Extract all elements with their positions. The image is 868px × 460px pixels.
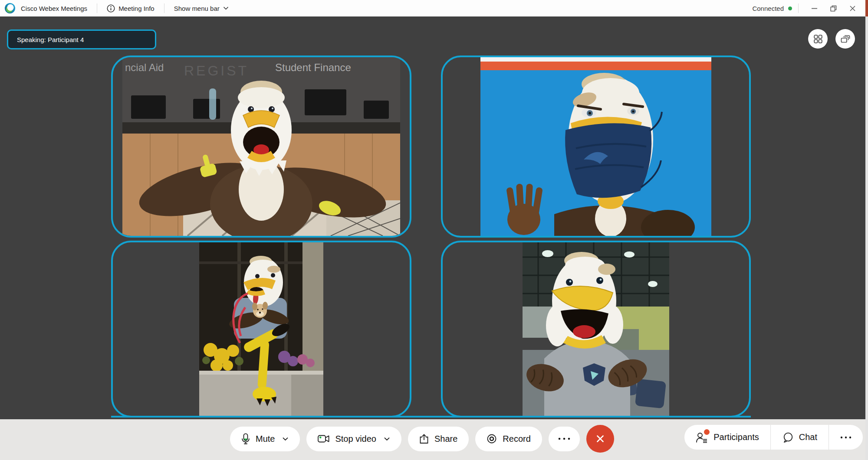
video-tile-participant-4[interactable] [441, 241, 751, 418]
panels-group: Participants Chat [684, 425, 863, 450]
share-icon [419, 434, 429, 444]
close-icon [850, 6, 855, 11]
chevron-down-icon [223, 7, 229, 10]
share-label: Share [434, 434, 457, 444]
grid-view-icon [814, 35, 822, 43]
video-tile-participant-1[interactable]: ncial Aid REGIST Student Finance [111, 55, 411, 238]
titlebar-right: Connected [752, 0, 868, 16]
more-options-button[interactable] [549, 427, 580, 451]
floating-panel-view-button[interactable] [835, 29, 855, 49]
mute-label: Mute [256, 434, 275, 444]
svg-text:REGIST: REGIST [184, 63, 249, 78]
participant-video [523, 242, 669, 416]
restore-button[interactable] [824, 0, 843, 16]
info-icon [107, 4, 115, 13]
video-stage: Speaking: Participant 4 ncial Aid REGIST [0, 16, 868, 419]
share-button[interactable]: Share [408, 427, 469, 451]
call-controls: Mute Stop video [230, 425, 614, 453]
participants-label: Participants [713, 432, 759, 442]
svg-text:ncial Aid: ncial Aid [125, 62, 164, 73]
record-label: Record [503, 434, 530, 444]
meeting-info-label: Meeting Info [118, 5, 155, 12]
meeting-control-bar: Mute Stop video [0, 419, 868, 460]
connected-dot-icon [788, 7, 792, 10]
participant-video [199, 242, 323, 416]
meeting-info-button[interactable]: Meeting Info [107, 4, 155, 13]
titlebar: Cisco Webex Meetings Meeting Info Show m… [0, 0, 868, 16]
camera-icon [318, 434, 329, 443]
leave-meeting-button[interactable] [586, 425, 614, 453]
chat-label: Chat [799, 432, 817, 442]
microphone-icon [241, 433, 250, 445]
stop-video-label: Stop video [335, 434, 376, 444]
panel-controls: Participants Chat [684, 425, 863, 450]
speaking-banner: Speaking: Participant 4 [7, 29, 156, 49]
video-tile-participant-2[interactable] [441, 55, 751, 238]
background-window-edge [865, 0, 868, 16]
ellipsis-icon [840, 436, 852, 439]
record-icon [487, 434, 497, 444]
close-button[interactable] [843, 0, 862, 16]
minimize-button[interactable] [805, 0, 824, 16]
titlebar-divider [97, 3, 97, 13]
show-menu-bar-label: Show menu bar [174, 5, 220, 12]
record-button[interactable]: Record [475, 427, 542, 451]
participants-button[interactable]: Participants [684, 425, 770, 450]
grid-view-button[interactable] [808, 29, 828, 49]
connection-status: Connected [752, 5, 784, 12]
video-tile-participant-3[interactable] [111, 241, 411, 418]
webex-logo-icon [4, 3, 16, 14]
tile-bottom-border-line [111, 416, 751, 418]
app-title: Cisco Webex Meetings [21, 5, 87, 12]
minimize-icon [812, 8, 817, 9]
speaking-banner-label: Speaking: Participant 4 [17, 36, 84, 43]
participants-notification-badge [704, 429, 710, 435]
more-panels-button[interactable] [829, 425, 863, 450]
chat-button[interactable]: Chat [771, 425, 829, 450]
stop-video-button[interactable]: Stop video [306, 427, 401, 451]
background-window-edge [865, 16, 868, 460]
titlebar-divider [798, 3, 799, 13]
chevron-down-icon [282, 437, 289, 441]
show-menu-bar-button[interactable]: Show menu bar [174, 5, 229, 12]
ellipsis-icon [558, 437, 570, 440]
chat-icon [782, 432, 793, 443]
stacked-panels-icon [841, 35, 850, 43]
video-options-dropdown[interactable] [384, 437, 390, 441]
participant-video: ncial Aid REGIST Student Finance [122, 57, 400, 236]
participants-icon-wrap [696, 432, 708, 443]
titlebar-divider [164, 3, 164, 13]
titlebar-left: Cisco Webex Meetings Meeting Info Show m… [0, 3, 229, 14]
participant-video [480, 57, 711, 236]
mute-options-dropdown[interactable] [282, 437, 289, 441]
svg-text:Student Finance: Student Finance [275, 62, 351, 73]
mute-button[interactable]: Mute [230, 427, 300, 451]
chevron-down-icon [384, 437, 390, 441]
close-x-icon [595, 434, 605, 444]
restore-icon [830, 5, 837, 12]
